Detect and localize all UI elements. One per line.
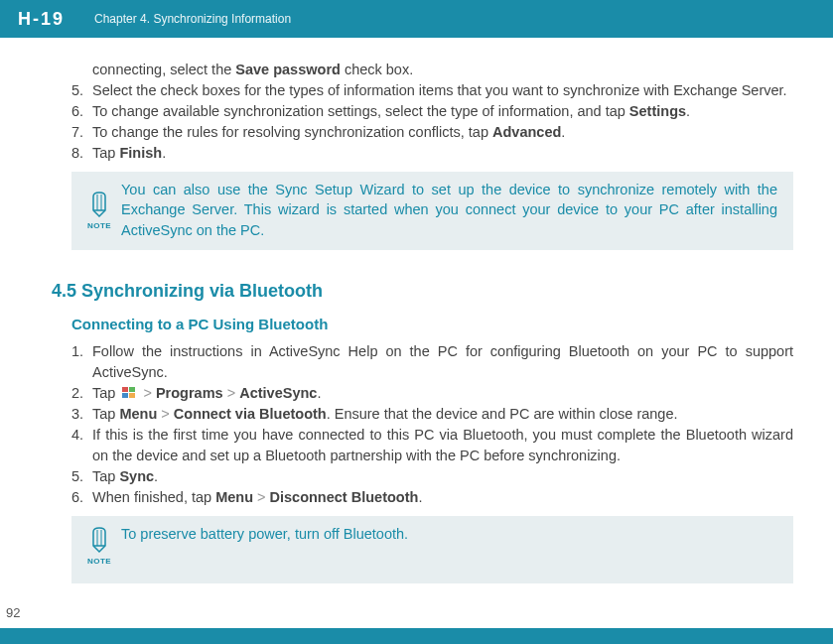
t: Tap <box>92 145 119 161</box>
step-num: 6. <box>71 101 92 122</box>
intro-line: connecting, select the Save password che… <box>71 60 793 80</box>
sep: > <box>223 385 240 401</box>
svg-rect-0 <box>122 387 128 392</box>
svg-rect-2 <box>122 393 128 398</box>
note-icon-wrap: NOTE <box>77 180 121 240</box>
step-text: Select the check boxes for the types of … <box>92 80 793 101</box>
bt-step-1: 1. Follow the instructions in ActiveSync… <box>71 341 793 383</box>
menu-label: Menu <box>119 406 157 422</box>
step-text: Tap Finish. <box>92 143 793 164</box>
t: . <box>162 145 166 161</box>
bt-step-4: 4. If this is the first time you have co… <box>71 425 793 466</box>
t: . Ensure that the device and PC are with… <box>327 406 678 422</box>
svg-rect-3 <box>129 393 135 398</box>
finish-label: Finish <box>119 145 162 161</box>
disconnect-bt-label: Disconnect Bluetooth <box>270 489 419 505</box>
step-8: 8. Tap Finish. <box>71 143 793 164</box>
sync-label: Sync <box>119 468 154 484</box>
chapter-title: Chapter 4. Synchronizing Information <box>94 12 291 26</box>
bt-step-6: 6. When finished, tap Menu > Disconnect … <box>71 487 793 508</box>
sep: > <box>253 489 270 505</box>
step-text: To change available synchronization sett… <box>92 101 793 122</box>
section-title: 4.5 Synchronizing via Bluetooth <box>52 278 793 304</box>
note-box-1: NOTE You can also use the Sync Setup Wiz… <box>71 172 793 250</box>
header-bar: H-19 Chapter 4. Synchronizing Informatio… <box>0 0 833 38</box>
step-num: 5. <box>71 466 92 487</box>
t: . <box>561 124 565 140</box>
t: Tap <box>92 385 119 401</box>
logo: H-19 <box>0 9 94 30</box>
step-text: If this is the first time you have conne… <box>92 425 793 466</box>
bt-step-2: 2. Tap > Programs > ActiveSync. <box>71 383 793 404</box>
step-num: 1. <box>71 341 92 383</box>
note-label: NOTE <box>87 220 111 232</box>
note-text: You can also use the Sync Setup Wizard t… <box>121 180 777 240</box>
step-text: When finished, tap Menu > Disconnect Blu… <box>92 487 793 508</box>
connect-bt-label: Connect via Bluetooth <box>174 406 327 422</box>
programs-label: Programs <box>156 385 223 401</box>
step-num: 8. <box>71 143 92 164</box>
step-6: 6. To change available synchronization s… <box>71 101 793 122</box>
note-icon <box>87 524 111 554</box>
menu-label-2: Menu <box>215 489 253 505</box>
footer-bar <box>0 628 833 644</box>
step-num: 5. <box>71 80 92 101</box>
intro-suffix: check box. <box>341 62 413 77</box>
settings-label: Settings <box>629 103 686 119</box>
note-text: To preserve battery power, turn off Blue… <box>121 524 777 568</box>
step-text: To change the rules for resolving synchr… <box>92 122 793 143</box>
t: When finished, tap <box>92 489 215 505</box>
windows-icon <box>121 385 137 399</box>
page-number: 92 <box>6 605 20 620</box>
subsection-title: Connecting to a PC Using Bluetooth <box>71 314 793 335</box>
t: To change the rules for resolving synchr… <box>92 124 492 140</box>
t: Tap <box>92 406 119 422</box>
bt-step-3: 3. Tap Menu > Connect via Bluetooth. Ens… <box>71 404 793 425</box>
step-num: 2. <box>71 383 92 404</box>
step-text: Follow the instructions in ActiveSync He… <box>92 341 793 383</box>
step-num: 6. <box>71 487 92 508</box>
step-num: 3. <box>71 404 92 425</box>
activesync-label: ActiveSync <box>239 385 317 401</box>
bt-step-5: 5. Tap Sync. <box>71 466 793 487</box>
t: . <box>418 489 422 505</box>
step-num: 4. <box>71 425 92 466</box>
svg-rect-1 <box>129 387 135 392</box>
intro-prefix: connecting, select the <box>92 62 235 77</box>
page-content: connecting, select the Save password che… <box>0 38 833 583</box>
step-num: 7. <box>71 122 92 143</box>
step-7: 7. To change the rules for resolving syn… <box>71 122 793 143</box>
step-text: Tap > Programs > ActiveSync. <box>92 383 793 404</box>
note-icon-wrap: NOTE <box>77 524 121 568</box>
t: . <box>317 385 321 401</box>
advanced-label: Advanced <box>492 124 561 140</box>
step-text: Tap Sync. <box>92 466 793 487</box>
sep: > <box>139 385 156 401</box>
t: To change available synchronization sett… <box>92 103 629 119</box>
step-5: 5. Select the check boxes for the types … <box>71 80 793 101</box>
t: Tap <box>92 468 119 484</box>
note-box-2: NOTE To preserve battery power, turn off… <box>71 516 793 583</box>
note-label: NOTE <box>87 556 111 568</box>
intro-bold: Save password <box>235 62 341 77</box>
sep: > <box>157 406 174 422</box>
t: . <box>686 103 690 119</box>
step-text: Tap Menu > Connect via Bluetooth. Ensure… <box>92 404 793 425</box>
t: . <box>154 468 158 484</box>
note-icon <box>87 189 111 218</box>
